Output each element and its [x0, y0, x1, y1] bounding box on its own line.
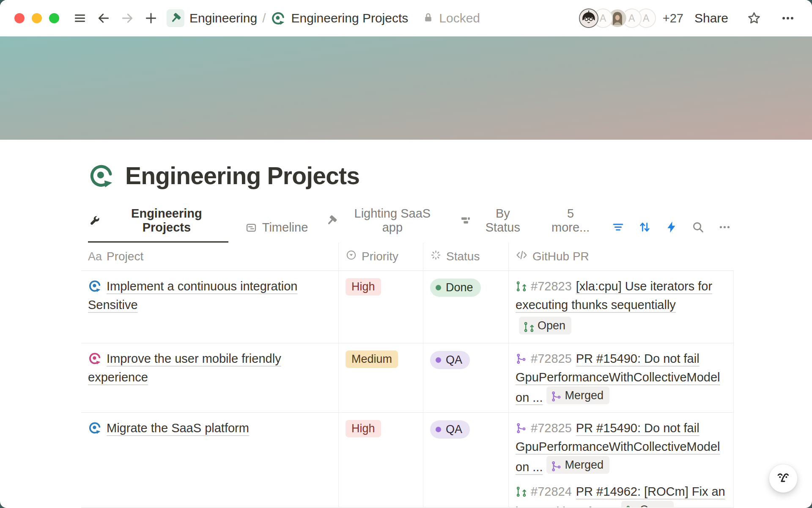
tab-label: By Status	[477, 207, 529, 235]
star-icon	[746, 11, 762, 26]
hammer-icon	[326, 215, 337, 226]
avatar-overflow-count[interactable]: +27	[663, 11, 683, 25]
priority-badge[interactable]: High	[346, 278, 381, 295]
status-spinner-icon	[430, 249, 442, 264]
page-cover-image	[0, 36, 812, 140]
tab-by-status[interactable]: By Status	[459, 203, 529, 243]
status-cell[interactable]: Done	[423, 271, 508, 343]
text-type-icon: Aa	[88, 250, 102, 263]
table-row: Implement a continuous integration Sensi…	[81, 271, 734, 343]
view-options-button[interactable]	[718, 221, 731, 235]
priority-cell[interactable]: Medium	[338, 343, 423, 413]
projects-table: Aa Project Priority Status GitHub PR	[81, 243, 734, 508]
forward-button[interactable]	[118, 9, 136, 27]
tab-label: Timeline	[262, 221, 308, 235]
pr-state-chip[interactable]: Merged	[546, 456, 610, 474]
status-pill[interactable]: QA	[430, 420, 470, 439]
breadcrumb-current[interactable]: Engineering Projects	[291, 11, 408, 25]
sidebar-menu-button[interactable]	[71, 9, 89, 27]
filter-button[interactable]	[612, 221, 625, 235]
cycle-icon	[88, 351, 102, 365]
tab-more-views[interactable]: 5 more...	[546, 203, 595, 243]
status-dot-icon	[436, 285, 441, 290]
tab-label: Engineering Projects	[106, 207, 228, 235]
hammer-icon[interactable]	[167, 9, 184, 27]
project-link[interactable]: Implement a continuous integration Sensi…	[88, 279, 297, 312]
ai-assistant-button[interactable]	[769, 464, 798, 493]
favorite-button[interactable]	[745, 9, 763, 27]
more-icon	[718, 221, 731, 235]
github-pr-cell[interactable]: #72825PR #15490: Do not fail GpuPerforma…	[508, 343, 734, 413]
tab-label: Lighting SaaS app	[343, 207, 442, 235]
pull-request-open-icon	[625, 504, 636, 508]
tab-lighting-saas-app[interactable]: Lighting SaaS app	[325, 203, 443, 243]
pr-mention[interactable]: #72825PR #15490: Do not fail GpuPerforma…	[516, 349, 727, 407]
page-content: Engineering Projects Engineering Project…	[81, 162, 734, 508]
avatar[interactable]	[579, 8, 598, 28]
sort-button[interactable]	[638, 221, 651, 235]
nav-buttons	[71, 9, 160, 27]
pull-request-open-icon	[516, 279, 527, 290]
pr-mention[interactable]: #72825PR #15490: Do not fail GpuPerforma…	[516, 419, 727, 476]
status-label: QA	[446, 352, 462, 368]
priority-cell[interactable]: High	[338, 271, 423, 343]
breadcrumb-separator: /	[262, 11, 266, 25]
project-cell[interactable]: Improve the user mobile friendly experie…	[81, 343, 338, 413]
locked-label: Locked	[439, 11, 480, 25]
column-label: Project	[107, 250, 143, 263]
column-header-project[interactable]: Aa Project	[81, 243, 338, 271]
github-pr-cell[interactable]: #72823[xla:cpu] Use iterators for execut…	[508, 271, 734, 343]
status-cell[interactable]: QA	[423, 343, 508, 413]
search-button[interactable]	[691, 221, 705, 235]
pr-number: #72823	[531, 279, 572, 293]
lock-status[interactable]: Locked	[422, 11, 480, 25]
project-link[interactable]: Migrate the SaaS platform	[107, 421, 249, 435]
status-cell[interactable]: QA	[423, 413, 508, 508]
back-arrow-icon	[97, 11, 110, 25]
column-header-priority[interactable]: Priority	[338, 243, 423, 271]
back-button[interactable]	[95, 9, 112, 27]
view-toolbar	[612, 221, 734, 243]
collaborator-avatars[interactable]: A A A	[579, 8, 656, 28]
zoom-window-button[interactable]	[49, 13, 59, 23]
code-icon	[516, 249, 528, 264]
priority-cell[interactable]: High	[338, 413, 423, 508]
pr-number: #72825	[531, 352, 572, 365]
board-icon	[460, 215, 472, 226]
pr-mention[interactable]: #72824PR #14962: [ROCm] Fix an issue wit…	[516, 482, 727, 508]
close-window-button[interactable]	[14, 13, 25, 23]
automations-button[interactable]	[665, 221, 678, 235]
project-cell[interactable]: Implement a continuous integration Sensi…	[81, 271, 338, 343]
project-cell[interactable]: Migrate the SaaS platform	[81, 413, 338, 508]
git-merge-icon	[516, 420, 527, 432]
priority-badge[interactable]: Medium	[346, 351, 398, 368]
pr-mention[interactable]: #72823[xla:cpu] Use iterators for execut…	[516, 277, 727, 337]
breadcrumb-root[interactable]: Engineering	[189, 11, 257, 25]
column-header-status[interactable]: Status	[423, 243, 508, 271]
tab-engineering-projects[interactable]: Engineering Projects	[88, 203, 228, 243]
git-merge-icon	[551, 390, 561, 400]
plus-icon	[144, 11, 158, 25]
new-page-button[interactable]	[142, 9, 160, 27]
avatar-initial: A	[628, 13, 635, 24]
github-pr-cell[interactable]: #72825PR #15490: Do not fail GpuPerforma…	[508, 413, 734, 508]
page-cycle-icon[interactable]	[88, 162, 115, 189]
tab-timeline[interactable]: Timeline	[244, 217, 309, 243]
minimize-window-button[interactable]	[32, 13, 42, 23]
git-merge-icon	[551, 460, 561, 470]
project-link[interactable]: Improve the user mobile friendly experie…	[88, 352, 281, 384]
table-header: Aa Project Priority Status GitHub PR	[81, 243, 734, 271]
status-pill[interactable]: QA	[430, 351, 470, 369]
pr-state-chip[interactable]: Merged	[546, 387, 610, 404]
view-tabs: Engineering Projects Timeline Lighting S…	[81, 203, 734, 243]
more-options-button[interactable]	[779, 9, 797, 27]
pr-state-chip[interactable]: Open	[519, 317, 571, 334]
git-merge-icon	[516, 351, 527, 362]
app-window: Engineering / Engineering Projects Locke…	[0, 0, 812, 508]
pr-state-chip[interactable]: Open	[621, 501, 674, 508]
priority-badge[interactable]: High	[346, 420, 381, 437]
share-button[interactable]: Share	[694, 11, 728, 25]
status-pill[interactable]: Done	[430, 279, 481, 297]
column-header-github-pr[interactable]: GitHub PR	[508, 243, 734, 271]
ai-face-icon	[774, 469, 792, 488]
